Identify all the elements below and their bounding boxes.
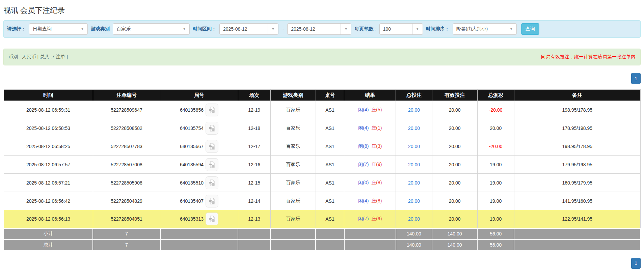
result-cell: 闲(8) 庄(3): [344, 137, 396, 156]
total-bet-cell: 20.00: [396, 192, 432, 210]
player-result: 闲(8): [358, 143, 369, 149]
column-header-6: 桌号: [316, 90, 344, 101]
round-id: 640135594: [180, 162, 204, 167]
chevron-down-icon[interactable]: ▼: [412, 24, 423, 34]
total-label: 总计: [4, 240, 93, 251]
video-file-icon: [208, 197, 216, 205]
total-row: 总计 7 140.00 140.00 56.00: [4, 240, 640, 251]
video-replay-button[interactable]: [206, 122, 218, 135]
chevron-down-icon[interactable]: ▼: [179, 24, 189, 34]
chevron-down-icon[interactable]: ▼: [77, 24, 87, 34]
sort-order-select[interactable]: 降幂(由大到小) ▼: [453, 23, 517, 35]
note-cell: 198.95/178.95: [514, 137, 640, 156]
payout-cell: -20.00: [477, 137, 514, 156]
date-range-tilde: ~: [281, 26, 284, 32]
bet-id-cell: 522728508582: [93, 119, 160, 137]
payout-cell: 20.00: [477, 119, 514, 137]
total-bet-link[interactable]: 20.00: [408, 125, 420, 131]
session-cell: 12-19: [238, 101, 270, 119]
result-cell: 闲(0) 庄(8): [344, 174, 396, 192]
banker-result: 庄(3): [371, 143, 382, 149]
video-replay-button[interactable]: [206, 104, 218, 116]
video-replay-button[interactable]: [206, 158, 218, 171]
page: 视讯 会员下注纪录 请选择： 日期查询 ▼ 游戏类别 百家乐 ▼ 时间区间： 2…: [0, 0, 644, 269]
video-replay-button[interactable]: [206, 213, 218, 225]
payout-cell: 19.00: [477, 192, 514, 210]
total-bet-cell: 20.00: [396, 156, 432, 174]
bet-id-cell: 522728505908: [93, 174, 160, 192]
round-id-cell: 640135667: [160, 137, 238, 156]
valid-bet-cell: 20.00: [432, 137, 477, 156]
valid-bet-cell: 20.00: [432, 174, 477, 192]
pagination-page-button[interactable]: 1: [631, 258, 641, 269]
video-file-icon: [208, 124, 216, 132]
table-no-cell: AS1: [316, 101, 344, 119]
currency-summary-text: 币别 : 人民币 | 总共 :7 注单 |: [8, 54, 68, 60]
page-title: 视讯 会员下注纪录: [3, 5, 641, 16]
player-result: 闲(0): [358, 180, 369, 185]
total-bet-cell: 20.00: [396, 101, 432, 119]
video-replay-button[interactable]: [206, 195, 218, 207]
column-header-5: 游戏类别: [270, 90, 316, 101]
total-bet-link[interactable]: 20.00: [408, 198, 420, 204]
total-valid-bet: 140.00: [432, 240, 477, 251]
column-header-10: 总派彩: [477, 90, 514, 101]
banker-result: 庄(8): [371, 198, 382, 203]
date-from-select[interactable]: 2025-08-12 ▼: [219, 23, 278, 35]
table-row: 2025-08-12 06:57:57 522728507008 6401355…: [4, 156, 640, 174]
video-replay-button[interactable]: [206, 176, 218, 189]
total-bet-link[interactable]: 20.00: [408, 216, 420, 222]
chevron-down-icon[interactable]: ▼: [506, 24, 516, 34]
table-no-cell: AS1: [316, 119, 344, 137]
payout-cell: 19.00: [477, 156, 514, 174]
column-header-8: 总投注: [396, 90, 432, 101]
summary-bar: 币别 : 人民币 | 总共 :7 注单 | 同局有效投注，统一计算在该局第一张注…: [3, 49, 641, 65]
video-file-icon: [208, 161, 216, 168]
date-to-select[interactable]: 2025-08-12 ▼: [287, 23, 351, 35]
video-file-icon: [208, 143, 216, 150]
chevron-down-icon[interactable]: ▼: [341, 24, 351, 34]
game-type-cell: 百家乐: [270, 137, 316, 156]
player-result: 闲(4): [358, 198, 369, 203]
table-no-cell: AS1: [316, 192, 344, 210]
chevron-down-icon[interactable]: ▼: [268, 24, 278, 34]
time-cell: 2025-08-12 06:56:42: [4, 192, 93, 210]
round-id: 640135667: [180, 144, 204, 149]
valid-bet-cell: 20.00: [432, 119, 477, 137]
banker-result: 庄(9): [371, 216, 382, 221]
total-bet-link[interactable]: 20.00: [408, 162, 420, 167]
date-from-value: 2025-08-12: [220, 24, 268, 34]
column-header-1: 时间: [4, 90, 93, 101]
query-type-select[interactable]: 日期查询 ▼: [29, 23, 88, 35]
query-type-label: 请选择：: [7, 26, 26, 32]
page-size-select[interactable]: 100 ▼: [379, 23, 423, 35]
subtotal-count: 7: [93, 228, 160, 240]
banker-result: 庄(8): [371, 180, 382, 185]
table-no-cell: AS1: [316, 210, 344, 228]
valid-bet-notice-text: 同局有效投注，统一计算在该局第一张注单内: [541, 54, 636, 60]
note-cell: 160.95/179.95: [514, 174, 640, 192]
valid-bet-cell: 20.00: [432, 101, 477, 119]
payout-cell: -20.00: [477, 101, 514, 119]
table-no-cell: AS1: [316, 156, 344, 174]
column-header-11: 备注: [514, 90, 640, 101]
total-bet-link[interactable]: 20.00: [408, 180, 420, 186]
pagination-page-button[interactable]: 1: [631, 73, 641, 84]
video-file-icon: [208, 106, 216, 114]
payout-cell: 19.00: [477, 174, 514, 192]
round-id: 640135856: [180, 107, 204, 113]
bet-id-cell: 522728507783: [93, 137, 160, 156]
date-to-value: 2025-08-12: [288, 24, 341, 34]
game-type-select[interactable]: 百家乐 ▼: [113, 23, 190, 35]
video-file-icon: [208, 215, 216, 223]
table-row: 2025-08-12 06:58:53 522728508582 6401357…: [4, 119, 640, 137]
video-replay-button[interactable]: [206, 140, 218, 153]
total-bet-link[interactable]: 20.00: [408, 144, 420, 149]
banker-result: 庄(1): [371, 125, 382, 131]
column-header-4: 场次: [238, 90, 270, 101]
note-cell: 179.95/198.95: [514, 156, 640, 174]
search-button[interactable]: 查询: [521, 23, 539, 35]
time-cell: 2025-08-12 06:57:21: [4, 174, 93, 192]
total-bet-link[interactable]: 20.00: [408, 107, 420, 113]
bet-id-cell: 522728504051: [93, 210, 160, 228]
